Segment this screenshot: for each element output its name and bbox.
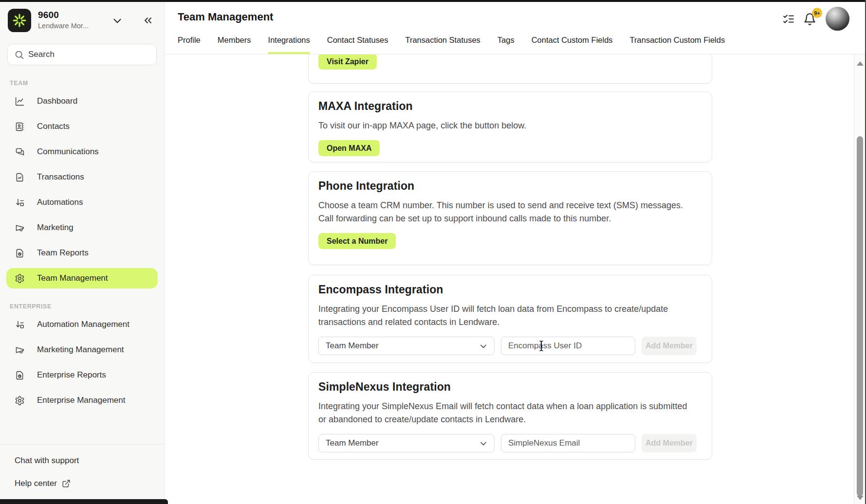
megaphone-icon [15, 345, 25, 355]
sidebar-item-team-reports[interactable]: Team Reports [0, 240, 164, 266]
contact-card-icon [15, 122, 25, 132]
sidebar-item-enterprise-reports[interactable]: Enterprise Reports [0, 362, 164, 388]
chart-line-icon [15, 96, 25, 107]
tab-members[interactable]: Members [218, 36, 251, 54]
scrollbar-thumb[interactable] [857, 136, 863, 496]
chevron-down-icon [479, 342, 488, 351]
sidebar-item-label: Enterprise Reports [37, 370, 106, 380]
sidebar-item-label: Transactions [37, 172, 84, 182]
nav-section-enterprise: ENTERPRISE [10, 303, 164, 310]
chat-bubbles-icon [15, 147, 25, 157]
team-member-select-value: Team Member [326, 438, 379, 448]
sidebar-item-label: Automation Management [37, 320, 129, 329]
tab-tags[interactable]: Tags [497, 36, 515, 54]
sidebar-item-marketing-management[interactable]: Marketing Management [0, 337, 164, 362]
sidebar-item-label: Enterprise Management [37, 396, 125, 405]
report-icon [15, 370, 25, 380]
page-header: Team Management Profile Members Integrat… [165, 2, 866, 54]
zapier-integration-card: Visit Zapier [308, 54, 712, 84]
report-icon [15, 248, 25, 258]
search-box[interactable] [7, 44, 157, 65]
simplenexus-form-row: Team Member Add Member [318, 434, 702, 452]
encompass-user-id-field-wrap [501, 337, 635, 355]
sidebar: 9600 Lendware Mor... TEAM Dashboard Cont… [0, 2, 165, 504]
visit-zapier-button[interactable]: Visit Zapier [318, 54, 377, 70]
simplenexus-email-field-wrap [501, 434, 635, 452]
sidebar-item-enterprise-management[interactable]: Enterprise Management [0, 388, 164, 413]
card-description: Integrating your Encompass User ID will … [318, 303, 696, 329]
sidebar-item-automation-management[interactable]: Automation Management [0, 312, 164, 337]
sidebar-item-label: Communications [37, 147, 99, 157]
card-title: MAXA Integration [318, 100, 702, 113]
notification-count-badge: 9+ [812, 8, 822, 18]
chat-with-support-label: Chat with support [15, 456, 79, 466]
external-link-icon [62, 479, 71, 488]
sidebar-item-dashboard[interactable]: Dashboard [0, 89, 164, 114]
team-member-select-value: Team Member [326, 341, 379, 351]
tab-bar: Profile Members Integrations Contact Sta… [178, 36, 725, 54]
scroll-down-arrow[interactable] [857, 496, 864, 500]
sidebar-collapse-icon[interactable] [142, 15, 154, 26]
sidebar-nav: TEAM Dashboard Contacts Communications T… [0, 80, 164, 413]
sidebar-item-contacts[interactable]: Contacts [0, 114, 164, 139]
team-member-select[interactable]: Team Member [318, 337, 495, 355]
starburst-logo-icon [12, 13, 27, 28]
chat-with-support-link[interactable]: Chat with support [15, 456, 164, 466]
card-description: To visit our in-app MAXA page, click the… [318, 119, 696, 132]
add-member-button[interactable]: Add Member [642, 337, 697, 355]
tab-contact-statuses[interactable]: Contact Statuses [327, 36, 388, 54]
sidebar-item-communications[interactable]: Communications [0, 139, 164, 164]
tab-profile[interactable]: Profile [178, 36, 201, 54]
vertical-scrollbar [854, 54, 865, 504]
tab-contact-custom-fields[interactable]: Contact Custom Fields [532, 36, 613, 54]
card-title: SimpleNexus Integration [318, 380, 702, 394]
sidebar-item-team-management[interactable]: Team Management [6, 268, 158, 288]
page-title: Team Management [178, 11, 273, 23]
encompass-form-row: Team Member Add Member [318, 337, 702, 355]
phone-integration-card: Phone Integration Choose a team CRM numb… [308, 171, 712, 265]
sidebar-item-label: Team Management [37, 273, 108, 283]
chevron-down-icon[interactable] [111, 15, 124, 27]
window-top-edge [0, 0, 866, 2]
scroll-up-arrow[interactable] [857, 61, 864, 66]
card-title: Encompass Integration [318, 283, 702, 296]
team-number: 9600 [38, 10, 89, 20]
simplenexus-email-input[interactable] [501, 434, 635, 452]
encompass-user-id-input[interactable] [501, 337, 635, 355]
main-area: Team Management Profile Members Integrat… [165, 2, 866, 504]
sidebar-item-marketing[interactable]: Marketing [0, 215, 164, 240]
user-avatar[interactable] [826, 7, 849, 31]
sidebar-item-transactions[interactable]: Transactions [0, 164, 164, 190]
brand-logo[interactable] [8, 9, 31, 32]
encompass-integration-card: Encompass Integration Integrating your E… [308, 275, 712, 363]
add-member-button[interactable]: Add Member [642, 434, 697, 452]
chevron-down-icon [479, 439, 488, 449]
sidebar-item-automations[interactable]: Automations [0, 190, 164, 215]
gear-icon [15, 273, 25, 284]
document-chart-icon [15, 172, 25, 182]
card-description: Choose a team CRM number. This number is… [318, 199, 696, 225]
tasks-checklist-icon[interactable] [782, 13, 795, 25]
tab-transaction-custom-fields[interactable]: Transaction Custom Fields [630, 36, 725, 54]
help-center-label: Help center [15, 479, 57, 488]
maxa-integration-card: MAXA Integration To visit our in-app MAX… [308, 91, 712, 162]
megaphone-icon [15, 223, 25, 233]
card-description: Integrating your SimpleNexus Email will … [318, 400, 696, 426]
sidebar-item-label: Marketing [37, 223, 74, 233]
search-icon [14, 50, 24, 60]
select-a-number-button[interactable]: Select a Number [318, 233, 396, 249]
nav-section-team: TEAM [10, 80, 164, 87]
open-maxa-button[interactable]: Open MAXA [318, 140, 380, 156]
search-input[interactable] [28, 50, 145, 59]
sidebar-item-label: Marketing Management [37, 345, 124, 355]
gear-icon [15, 396, 25, 406]
workspace-info: 9600 Lendware Mor... [38, 9, 89, 30]
simplenexus-integration-card: SimpleNexus Integration Integrating your… [308, 372, 712, 460]
sidebar-item-label: Team Reports [37, 248, 89, 258]
sidebar-item-label: Dashboard [37, 96, 77, 106]
help-center-link[interactable]: Help center [15, 479, 164, 488]
team-name: Lendware Mor... [38, 22, 89, 30]
team-member-select[interactable]: Team Member [318, 434, 495, 452]
tab-integrations[interactable]: Integrations [268, 36, 310, 54]
tab-transaction-statuses[interactable]: Transaction Statuses [405, 36, 480, 54]
